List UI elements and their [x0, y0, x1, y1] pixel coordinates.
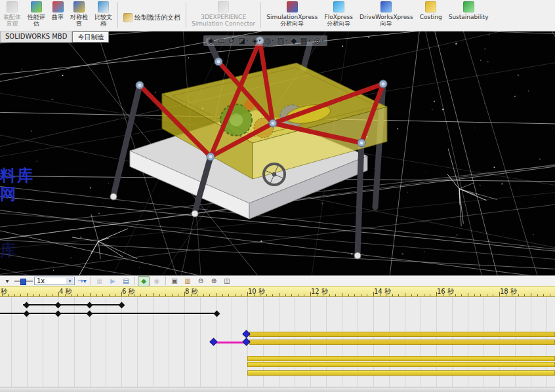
motion-duration-bar[interactable]	[249, 340, 555, 345]
status-bar	[0, 387, 555, 392]
ruler-tick	[455, 294, 456, 296]
ruler-tick	[361, 294, 361, 296]
ribbon-item-symmetry-check[interactable]: 对称检查	[68, 1, 91, 29]
ruler-tick	[153, 293, 154, 296]
ribbon-item-floxpress[interactable]: FloXpress分析向导	[321, 1, 355, 29]
ruler-tick	[96, 294, 97, 296]
timeline-gridline	[11, 297, 12, 387]
ruler-tick	[424, 294, 424, 296]
timeline-zoom-in-button[interactable]: ⊕	[208, 276, 220, 286]
view-orientation-icon[interactable]: ◈▾	[251, 36, 262, 45]
motion-duration-bar[interactable]	[247, 362, 555, 367]
model-3d-walking-robot[interactable]	[0, 31, 555, 275]
apply-scene-icon[interactable]: ▩▾	[299, 36, 312, 45]
motion-duration-bar[interactable]	[247, 370, 555, 376]
ruler-tick	[392, 294, 393, 296]
ribbon-item-curvature[interactable]: 曲率	[49, 1, 66, 29]
ruler-tick	[329, 294, 330, 296]
playback-speed-select[interactable]: 1x▾	[34, 277, 75, 285]
play-from-start-button[interactable]: ▶	[107, 276, 119, 286]
dropdown-caret-icon: ▾	[308, 36, 311, 45]
auto-key-button[interactable]: ◉	[151, 276, 163, 286]
previous-view-icon[interactable]: ↺	[227, 36, 236, 45]
keyframe-diamond[interactable]	[119, 302, 125, 309]
ruler-tick	[537, 294, 538, 296]
camera-view-button[interactable]: ▣	[169, 276, 180, 286]
timeline-scale-slider[interactable]	[14, 277, 33, 285]
ruler-tick	[27, 293, 28, 296]
timeline-gridline	[106, 297, 106, 387]
ruler-tick	[20, 294, 21, 296]
ribbon-item-draw-active-document[interactable]: 绘制激活的文档	[121, 1, 183, 29]
keyframe-diamond[interactable]	[24, 302, 30, 309]
ribbon-item-assembly-visualization[interactable]: 装配体直观	[1, 1, 24, 29]
save-animation-button[interactable]: ▤	[120, 276, 132, 286]
keyframe-diamond[interactable]	[55, 302, 62, 309]
ruler-tick	[285, 294, 286, 296]
keyframe-diamond[interactable]	[55, 311, 62, 317]
graphics-viewport[interactable]: 料库网库 ◉▭↺◪▾◈▾◍▾▨▾◆▩▾◎▾	[0, 31, 555, 275]
motion-duration-bar[interactable]	[247, 356, 555, 361]
ruler-time-label: 4 秒	[59, 287, 72, 296]
ruler-tick	[140, 294, 141, 296]
view-settings-icon[interactable]: ◎▾	[312, 36, 325, 45]
edit-appearance-icon[interactable]: ◆	[289, 36, 298, 45]
tab-today-manufacture[interactable]: 今日制造	[72, 31, 109, 43]
ruler-tick	[304, 294, 304, 296]
playback-mode-button[interactable]: →▾	[76, 276, 88, 286]
ruler-tick	[39, 294, 40, 296]
motionmanager-collapse-button[interactable]: ▾	[1, 276, 13, 286]
ribbon-toolbar: 装配体直观性能评估曲率对称检查比较文档绘制激活的文档3DEXPERIENCESi…	[0, 0, 555, 31]
timeline-zoom-out-button[interactable]: ⊖	[195, 276, 207, 286]
timeline-ruler[interactable]: 秒4 秒6 秒8 秒10 秒12 秒14 秒16 秒18 秒	[0, 286, 555, 297]
ruler-time-label: 12 秒	[311, 287, 328, 296]
ribbon-item-simulationxpress[interactable]: SimulationXpress分析向导	[264, 1, 320, 29]
ribbon-item-driveworksxpress[interactable]: DriveWorksXpress向导	[357, 1, 416, 29]
keyframe-diamond[interactable]	[24, 311, 30, 317]
ribbon-item-label: FloXpress分析向导	[324, 14, 352, 27]
zoom-area-icon[interactable]: ▭	[216, 36, 226, 45]
ruler-tick	[14, 294, 15, 296]
keyframe-diamond-selected[interactable]	[243, 339, 250, 345]
ribbon-item-performance-evaluation[interactable]: 性能评估	[25, 1, 48, 29]
ruler-time-label: 18 秒	[500, 287, 517, 296]
ribbon-item-compare-documents[interactable]: 比较文档	[92, 1, 115, 29]
ruler-time-label: 14 秒	[374, 287, 391, 296]
timeline-track-area[interactable]	[0, 297, 555, 387]
calculate-button[interactable]: ▦	[94, 276, 106, 286]
ribbon-item-sustainability[interactable]: Sustainability	[446, 1, 491, 29]
simulationxpress-icon	[287, 1, 298, 12]
zoom-fit-icon[interactable]: ◉	[206, 36, 215, 45]
results-plots-button[interactable]: ▥	[182, 276, 194, 286]
slider-thumb[interactable]	[20, 279, 26, 285]
keyframe-diamond[interactable]	[214, 311, 220, 317]
dropdown-caret-icon[interactable]: ▾	[66, 278, 73, 284]
ruler-tick	[52, 294, 52, 296]
keyframe-diamond[interactable]	[87, 311, 93, 317]
tab-solidworks-mbd[interactable]: SOLIDWORKS MBD	[0, 31, 72, 43]
ruler-tick	[405, 293, 405, 296]
ruler-tick	[543, 294, 544, 296]
timeline-gridline	[200, 297, 201, 387]
ruler-tick	[348, 294, 349, 296]
motion-manager-toolbar: ▾1x▾→▾▦▶▤◆◉▣▥⊖⊕◫	[0, 275, 555, 286]
section-view-icon[interactable]: ◪▾	[237, 36, 250, 45]
hide-show-items-icon[interactable]: ▨▾	[276, 36, 289, 45]
ribbon-item-costing[interactable]: Costing	[417, 1, 445, 29]
ruler-tick	[146, 294, 147, 296]
animation-wizard-button[interactable]: ◆	[138, 276, 150, 286]
selected-change-bar[interactable]	[215, 342, 245, 343]
ruler-tick	[115, 294, 115, 296]
motion-duration-bar[interactable]	[249, 332, 555, 337]
ribbon-item-3dexperience-simulation-connector[interactable]: 3DEXPERIENCESimulation Connector	[189, 1, 258, 29]
keyframe-diamond-selected[interactable]	[243, 331, 250, 338]
keyframe-diamond[interactable]	[87, 302, 93, 309]
ruler-tick	[524, 294, 525, 296]
ribbon-item-label: 装配体直观	[3, 14, 21, 27]
display-style-icon[interactable]: ◍▾	[263, 36, 276, 45]
timeline-gridline	[74, 297, 75, 387]
ruler-tick	[518, 294, 519, 296]
fit-timeline-button[interactable]: ◫	[221, 276, 233, 286]
ruler-time-label: 16 秒	[437, 287, 454, 296]
ruler-tick	[335, 294, 336, 296]
